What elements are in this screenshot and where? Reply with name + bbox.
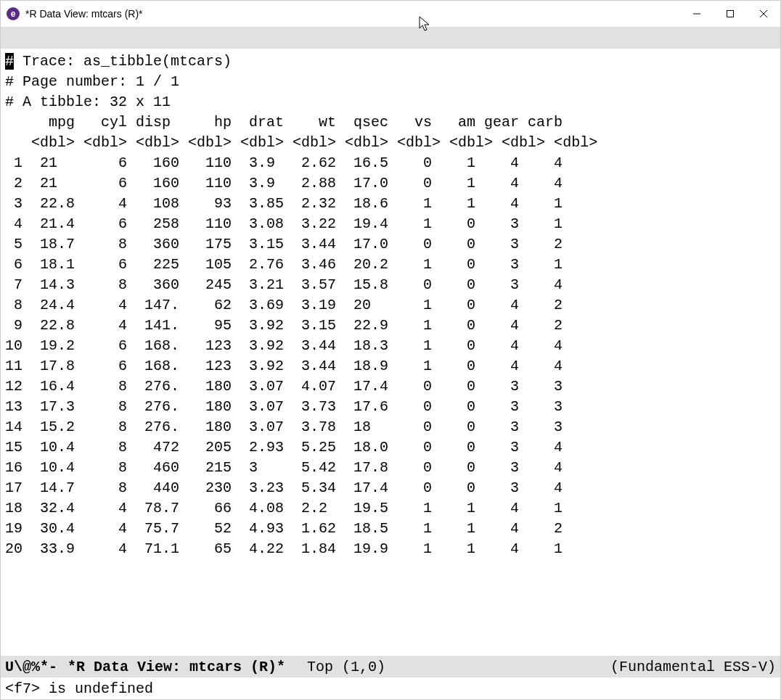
- maximize-icon: [726, 9, 735, 18]
- modeline-position: Top (1,0): [307, 659, 385, 675]
- point-cursor: #: [5, 53, 14, 70]
- buffer-area[interactable]: # Trace: as_tibble(mtcars) # Page number…: [1, 49, 780, 656]
- svg-rect-1: [727, 11, 734, 17]
- toolbar-strip: [1, 27, 780, 49]
- echo-area: <f7> is undefined: [1, 678, 780, 699]
- close-icon: [759, 9, 768, 18]
- maximize-button[interactable]: [713, 1, 747, 27]
- echo-message: <f7> is undefined: [5, 680, 153, 697]
- window-title: *R Data View: mtcars (R)*: [25, 8, 143, 20]
- close-button[interactable]: [747, 1, 780, 27]
- mode-line[interactable]: U\@%*- *R Data View: mtcars (R)* Top (1,…: [1, 656, 780, 678]
- window-titlebar[interactable]: e *R Data View: mtcars (R)*: [1, 1, 780, 27]
- buffer-text[interactable]: # Trace: as_tibble(mtcars) # Page number…: [5, 52, 776, 559]
- emacs-app-icon: e: [7, 7, 20, 20]
- modeline-major-mode: (Fundamental ESS-V): [610, 659, 776, 675]
- minimize-button[interactable]: [680, 1, 713, 27]
- emacs-window: e *R Data View: mtcars (R)* # Trace: as_…: [0, 0, 781, 700]
- modeline-buffer-name: *R Data View: mtcars (R)*: [68, 659, 285, 675]
- modeline-status: U\@%*-: [5, 659, 57, 675]
- minimize-icon: [692, 9, 701, 18]
